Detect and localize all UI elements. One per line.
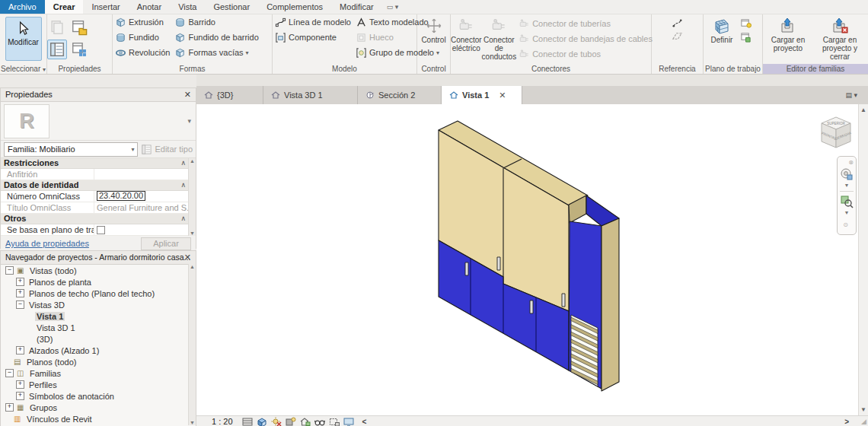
panel-caption-modelo[interactable]: Modelo (273, 64, 416, 74)
tree-item-vistas-3d[interactable]: −Vistas 3D (1, 299, 196, 310)
plus-expander-icon[interactable]: + (16, 380, 24, 389)
family-category-button[interactable] (69, 17, 89, 37)
property-value[interactable]: 23.40.20.00 (94, 191, 189, 202)
navigation-bar[interactable]: ⊗ ▼ ▼ ⊙ (837, 156, 857, 235)
tab-modificar[interactable]: Modificar (331, 0, 382, 14)
scroll-up-icon[interactable]: ▲ (190, 264, 195, 269)
minus-expander-icon[interactable]: − (16, 300, 24, 309)
scroll-up-icon[interactable]: ▲ (190, 158, 195, 164)
project-browser-title[interactable]: Navegador de proyectos - Armario dormito… (1, 251, 196, 265)
tab-vista[interactable]: Vista (170, 0, 205, 14)
section-restricciones[interactable]: Restricciones∧ (1, 158, 189, 169)
workplane-viewer-icon[interactable] (740, 31, 752, 43)
section-otros[interactable]: Otros∧ (1, 214, 189, 224)
view-scale-button[interactable]: 1 : 20 (212, 417, 233, 426)
properties-scrollbar[interactable]: ▲▼ (188, 158, 196, 236)
resize-grip-icon[interactable]: ◢ (861, 418, 866, 425)
family-parameters-button[interactable] (69, 40, 89, 59)
plus-expander-icon[interactable]: + (16, 392, 24, 400)
project-browser-close-icon[interactable]: ✕ (184, 251, 191, 264)
viewcube[interactable]: SUPERIOR FRONTAL DERECHA (815, 112, 857, 154)
section-datos-de-identidad[interactable]: Datos de identidad∧ (1, 180, 189, 191)
tree-item-planos-de-techo-plano-del-techo[interactable]: +Planos de techo (Plano del techo) (1, 288, 196, 299)
property-row-n-mero-omniclass[interactable]: Número OmniClass23.40.20.00 (1, 191, 189, 202)
tree-item-3d[interactable]: (3D) (1, 333, 196, 345)
view-tab-3d-braces[interactable]: {3D} (196, 86, 263, 104)
properties-palette-button[interactable] (47, 40, 67, 59)
formas-vacias-button[interactable]: Formas vacías ▾ (172, 45, 260, 60)
minus-expander-icon[interactable]: − (5, 266, 14, 275)
navbar-zoom-caret-icon[interactable]: ▼ (844, 210, 850, 215)
zoom-tool-icon[interactable] (840, 195, 854, 208)
view-tab-vista-1[interactable]: Vista 1 ✕ (442, 86, 522, 104)
minus-expander-icon[interactable]: − (5, 369, 14, 377)
cargar-proyecto-button[interactable]: Cargar en proyecto (766, 14, 810, 52)
reveal-hidden-icon[interactable] (343, 417, 354, 426)
view-tab-list-icon[interactable]: ▤ ▾ (845, 91, 857, 99)
navbar-options-icon[interactable]: ⊙ (843, 221, 848, 228)
tree-item-alzados-alzado-1[interactable]: +Alzados (Alzado 1) (1, 345, 196, 356)
hscroll-right-icon[interactable]: > (844, 418, 849, 426)
type-selector-arrow-icon[interactable]: ▾ (187, 117, 191, 125)
tab-gestionar[interactable]: Gestionar (205, 0, 258, 14)
tree-item-grupos[interactable]: +▦Grupos (1, 402, 196, 413)
visual-style-icon[interactable] (257, 417, 267, 426)
panel-caption-seleccionar[interactable]: Seleccionar ▾ (0, 64, 46, 74)
ribbon-display-toggle-icon[interactable]: ▭ ▾ (387, 0, 399, 14)
property-row-se-basa-en-plano-de-tra[interactable]: Se basa en plano de tra... (1, 224, 189, 236)
view-tab-vista-3d-1[interactable]: Vista 3D 1 (263, 86, 358, 104)
scroll-down-icon[interactable]: ▼ (190, 420, 195, 425)
panel-caption-conectores[interactable]: Conectores (451, 64, 651, 74)
close-view-tab-icon[interactable]: ✕ (499, 91, 506, 100)
shadows-icon[interactable] (286, 417, 296, 426)
crop-region-icon[interactable] (329, 417, 340, 426)
hscroll-left-icon[interactable]: < (362, 418, 367, 426)
wardrobe-3d-model[interactable] (411, 112, 640, 415)
plus-expander-icon[interactable]: + (16, 346, 24, 354)
plus-expander-icon[interactable]: + (16, 289, 24, 297)
panel-caption-formas[interactable]: Formas (113, 64, 272, 74)
family-types-button[interactable] (47, 17, 67, 37)
lock-3d-view-icon[interactable] (300, 417, 311, 426)
tree-item-vistas-todo[interactable]: −▣Vistas (todo) (1, 265, 196, 276)
scroll-down-icon[interactable]: ▼ (190, 230, 195, 236)
tab-insertar[interactable]: Insertar (83, 0, 128, 14)
fundido-barrido-button[interactable]: Fundido de barrido (172, 30, 260, 45)
plus-expander-icon[interactable]: + (5, 403, 14, 412)
property-value[interactable] (94, 169, 189, 180)
tree-item-familias[interactable]: −◫Familias (1, 367, 196, 379)
barrido-button[interactable]: Barrido (172, 14, 260, 30)
type-preview[interactable]: R ▾ (1, 102, 196, 141)
canvas-vertical-scrollbar[interactable]: ▲ ▼ (858, 104, 868, 415)
panel-caption-editor-familias[interactable]: Editor de familias (763, 64, 868, 74)
tree-item-v-nculos-de-revit[interactable]: ▥Vínculos de Revit (1, 413, 196, 424)
properties-title[interactable]: Propiedades ✕ (1, 88, 196, 102)
modify-tool-button[interactable]: Modificar (5, 17, 42, 61)
revolucion-button[interactable]: Revolución (113, 45, 172, 60)
reference-plane-icon[interactable] (672, 30, 683, 42)
tree-item-vista-3d-1[interactable]: Vista 3D 1 (1, 322, 196, 333)
tree-item-s-mbolos-de-anotaci-n[interactable]: +Símbolos de anotación (1, 390, 196, 402)
hide-isolate-glasses-icon[interactable] (314, 417, 325, 426)
view-tab-seccion-2[interactable]: Sección 2 (358, 86, 442, 104)
detail-level-icon[interactable] (242, 417, 253, 426)
reference-line-icon[interactable] (672, 17, 683, 29)
tree-item-planos-de-planta[interactable]: +Planos de planta (1, 276, 196, 288)
property-row-t-tulo-omniclass[interactable]: Título OmniClassGeneral Furniture and S.… (1, 202, 189, 214)
panel-caption-plano-trabajo[interactable]: Plano de trabajo (704, 64, 762, 74)
tab-anotar[interactable]: Anotar (129, 0, 170, 14)
tree-item-planos-todo[interactable]: ▤Planos (todo) (1, 356, 196, 367)
panel-caption-referencia[interactable]: Referencia (652, 64, 703, 74)
fundido-button[interactable]: Fundido (113, 30, 172, 45)
linea-modelo-button[interactable]: Línea de modelo (273, 14, 353, 30)
model-canvas[interactable]: SUPERIOR FRONTAL DERECHA ⊗ ▼ ▼ ⊙ (196, 104, 859, 415)
sun-path-icon[interactable] (271, 417, 282, 426)
tree-item-vista-1[interactable]: Vista 1 (1, 310, 196, 322)
navbar-close-icon[interactable]: ⊗ (848, 159, 854, 166)
tab-crear[interactable]: Crear (45, 0, 84, 14)
tree-item-perfiles[interactable]: +Perfiles (1, 379, 196, 390)
componente-button[interactable]: Componente (273, 30, 353, 45)
properties-help-link[interactable]: Ayuda de propiedades (5, 239, 89, 248)
extrusion-button[interactable]: Extrusión (113, 14, 172, 30)
definir-button[interactable]: Definir (704, 14, 740, 44)
